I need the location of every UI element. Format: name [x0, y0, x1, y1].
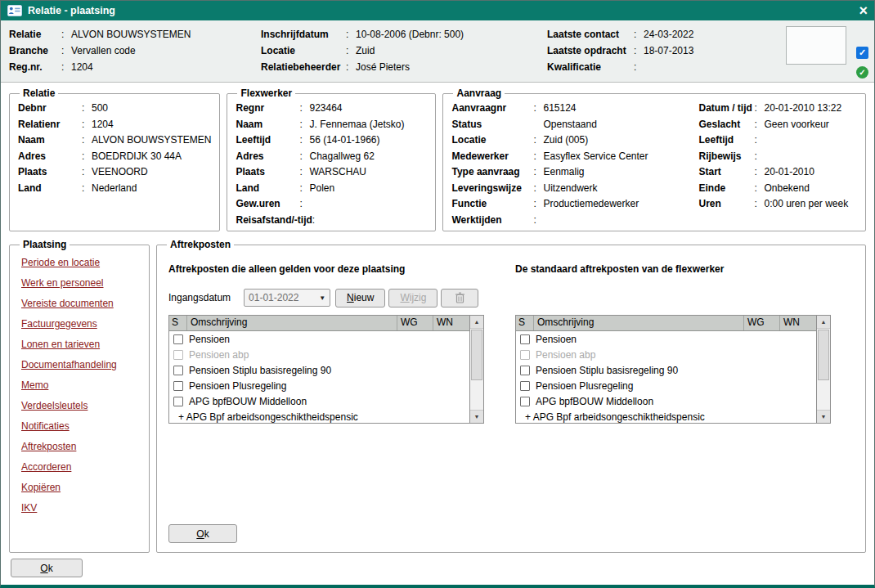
table-row[interactable]: APG bpfBOUW Middelloon	[169, 393, 469, 409]
field-label: Debnr	[18, 101, 82, 117]
header-label: Laatste contact	[547, 26, 634, 43]
field-value: Easyflex Service Center	[543, 149, 648, 165]
relatie-group-legend: Relatie	[20, 88, 58, 99]
ingangsdatum-dropdown[interactable]: 01-01-2022 ▼	[244, 289, 330, 307]
ok-button[interactable]: Ok	[11, 559, 83, 577]
table-row[interactable]: Pensioen	[169, 331, 469, 347]
sidebar-item-factuurgegevens[interactable]: Factuurgegevens	[21, 318, 141, 330]
nieuw-button[interactable]: Nieuw	[335, 289, 385, 307]
table-row[interactable]: Pensioen Plusregeling	[516, 378, 816, 393]
field-value: Openstaand	[543, 117, 596, 133]
field-value: Eenmalig	[543, 164, 584, 181]
row-checkbox[interactable]	[520, 381, 530, 391]
aftrekposten-group: Aftrekposten Aftrekposten die alleen gel…	[156, 239, 866, 553]
table-row[interactable]: + APG Bpf arbeidsongeschiktheidspensic	[169, 409, 469, 423]
field-value: Nederland	[92, 181, 137, 197]
sidebar-item-periode-en-locatie[interactable]: Periode en locatie	[21, 257, 141, 268]
green-check-icon[interactable]: ✓	[856, 66, 868, 79]
field-label: Datum / tijd	[698, 101, 754, 117]
scroll-down-icon[interactable]: ▼	[817, 410, 830, 423]
aanvraag-group-legend: Aanvraag	[453, 88, 505, 99]
standaard-aftrekposten-pane: De standaard aftrekposten van de flexwer…	[515, 254, 831, 424]
table-row[interactable]: Pensioen	[516, 331, 816, 347]
trash-icon	[455, 292, 465, 303]
scrollbar[interactable]: ▲ ▼	[816, 316, 830, 423]
ingangsdatum-value: 01-01-2022	[249, 292, 298, 303]
table-row[interactable]: Pensioen Stiplu basisregeling 90	[516, 362, 816, 378]
field-label: Regnr	[236, 101, 299, 117]
field-label: Uren	[698, 196, 754, 213]
scrollbar-thumb[interactable]	[471, 330, 482, 380]
table-row[interactable]: Pensioen Plusregeling	[169, 378, 469, 393]
field-label: Start	[698, 164, 754, 181]
chevron-down-icon: ▼	[319, 294, 325, 302]
sidebar-item-accorderen[interactable]: Accorderen	[21, 461, 141, 473]
plaatsing-aftrekposten-table: S Omschrijving WG WN Pensioen Pensioen a…	[168, 315, 484, 424]
header-col-inschrijving: Inschrijfdatum:10-08-2006 (Debnr: 500) L…	[261, 26, 547, 82]
blue-checkbox-icon[interactable]: ✓	[856, 47, 868, 59]
field-label: Naam	[18, 132, 82, 149]
field-label: Naam	[236, 117, 299, 133]
scrollbar[interactable]: ▲ ▼	[469, 316, 483, 423]
field-value: WARSCHAU	[309, 164, 366, 181]
header-col-relatie: Relatie:ALVON BOUWSYSTEMEN Branche:Verva…	[9, 26, 261, 82]
header-value: Zuid	[356, 43, 375, 59]
aanvraag-left-column: Aanvraagnr:615124 StatusOpenstaand Locat…	[451, 101, 698, 228]
sidebar-item-ikv[interactable]: IKV	[21, 502, 141, 514]
field-label: Type aanvraag	[451, 164, 533, 181]
row-checkbox[interactable]	[520, 397, 530, 406]
scroll-up-icon[interactable]: ▲	[470, 316, 483, 329]
field-label: Werktijden	[451, 213, 533, 229]
table-row[interactable]: Pensioen Stiplu basisregeling 90	[169, 362, 469, 378]
field-label: Aanvraagnr	[451, 101, 533, 117]
table-row[interactable]: + APG Bpf arbeidsongeschiktheidspensic	[516, 409, 816, 423]
sidebar-item-documentafhandeling[interactable]: Documentafhandeling	[21, 359, 141, 370]
table-row[interactable]: APG bpfBOUW Middelloon	[516, 393, 816, 409]
table-row: Pensioen abp	[516, 347, 816, 362]
sidebar-item-aftrekposten[interactable]: Aftrekposten	[21, 441, 141, 452]
field-label: Land	[236, 181, 299, 197]
aanvraag-group: Aanvraag Aanvraagnr:615124 StatusOpensta…	[442, 88, 866, 231]
aftrekposten-ok-button[interactable]: Ok	[168, 524, 237, 543]
aftrekposten-group-legend: Aftrekposten	[167, 239, 234, 250]
header-value: Vervallen code	[71, 43, 136, 59]
field-label: Gew.uren	[236, 196, 299, 213]
column-header-wn: WN	[780, 316, 816, 330]
close-icon[interactable]: ×	[859, 2, 868, 19]
sidebar-item-notificaties[interactable]: Notificaties	[21, 420, 141, 432]
field-label: Status	[451, 117, 533, 133]
row-checkbox[interactable]	[173, 366, 183, 375]
row-checkbox	[173, 350, 183, 360]
column-header-omschrijving: Omschrijving	[187, 316, 397, 330]
field-value: VEENOORD	[92, 164, 148, 181]
field-value: Geen voorkeur	[764, 117, 828, 133]
field-value: 1204	[92, 117, 114, 133]
header-value: 10-08-2006 (Debnr: 500)	[356, 26, 464, 43]
scroll-up-icon[interactable]: ▲	[817, 316, 830, 329]
field-label: Leveringswijze	[451, 181, 533, 197]
sidebar-item-verdeelsleutels[interactable]: Verdeelsleutels	[21, 400, 141, 411]
scroll-down-icon[interactable]: ▼	[470, 410, 483, 423]
field-value: J. Fennemaa (Jetsko)	[309, 117, 404, 133]
row-checkbox[interactable]	[173, 334, 183, 344]
sidebar-item-werk-en-personeel[interactable]: Werk en personeel	[21, 277, 141, 289]
delete-button	[441, 289, 478, 307]
column-header-wn: WN	[433, 316, 469, 330]
sidebar-item-memo[interactable]: Memo	[21, 379, 141, 391]
header-value: José Pieters	[356, 59, 410, 75]
column-header-omschrijving: Omschrijving	[534, 316, 744, 330]
row-checkbox[interactable]	[520, 334, 530, 344]
plaatsing-group: Plaatsing Periode en locatie Werk en per…	[9, 239, 150, 553]
row-checkbox[interactable]	[173, 381, 183, 391]
scrollbar-thumb[interactable]	[818, 330, 829, 380]
field-label: Rijbewijs	[698, 149, 754, 165]
sidebar-item-vereiste-documenten[interactable]: Vereiste documenten	[21, 298, 141, 309]
ingangsdatum-label: Ingangsdatum	[168, 292, 231, 303]
row-checkbox[interactable]	[520, 366, 530, 375]
row-checkbox[interactable]	[173, 397, 183, 406]
field-value: 56 (14-01-1966)	[309, 132, 379, 149]
aanvraag-right-column: Datum / tijd:20-01-2010 13:22 Geslacht:G…	[698, 101, 857, 228]
sidebar-item-kopieren[interactable]: Kopiëren	[21, 482, 141, 493]
sidebar-item-lonen-en-tarieven[interactable]: Lonen en tarieven	[21, 339, 141, 350]
column-header-wg: WG	[397, 316, 433, 330]
